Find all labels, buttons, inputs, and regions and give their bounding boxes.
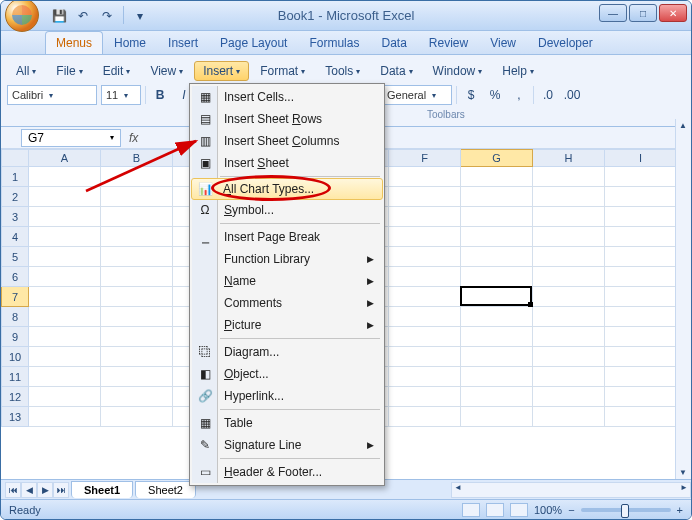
classic-menu-format[interactable]: Format▾ xyxy=(251,61,314,81)
cell[interactable] xyxy=(101,287,173,307)
page-layout-view-button[interactable] xyxy=(486,503,504,517)
classic-menu-data[interactable]: Data▾ xyxy=(371,61,421,81)
cell[interactable] xyxy=(101,327,173,347)
comma-button[interactable]: , xyxy=(509,85,529,105)
cell[interactable] xyxy=(605,287,677,307)
row-header[interactable]: 11 xyxy=(1,367,29,387)
cell[interactable] xyxy=(389,287,461,307)
ribbon-tab-formulas[interactable]: Formulas xyxy=(298,31,370,54)
cell[interactable] xyxy=(461,167,533,187)
cell[interactable] xyxy=(533,247,605,267)
cell[interactable] xyxy=(461,407,533,427)
cell[interactable] xyxy=(533,347,605,367)
close-button[interactable]: ✕ xyxy=(659,4,687,22)
row-header[interactable]: 13 xyxy=(1,407,29,427)
row-header[interactable]: 6 xyxy=(1,267,29,287)
cell[interactable] xyxy=(389,207,461,227)
cell[interactable] xyxy=(101,227,173,247)
cell[interactable] xyxy=(605,227,677,247)
cell[interactable] xyxy=(29,367,101,387)
menu-item-insert-sheet[interactable]: ▣Insert Sheet xyxy=(192,152,382,174)
cell[interactable] xyxy=(533,387,605,407)
cell[interactable] xyxy=(29,347,101,367)
cell[interactable] xyxy=(389,187,461,207)
cell[interactable] xyxy=(101,247,173,267)
classic-menu-insert[interactable]: Insert▾ xyxy=(194,61,249,81)
cell[interactable] xyxy=(101,407,173,427)
column-header[interactable]: G xyxy=(461,149,533,167)
menu-item-table[interactable]: ▦Table xyxy=(192,412,382,434)
cell[interactable] xyxy=(101,167,173,187)
normal-view-button[interactable] xyxy=(462,503,480,517)
cell[interactable] xyxy=(533,187,605,207)
menu-item-insert-page-break[interactable]: ⎯Insert Page Break xyxy=(192,226,382,248)
cell[interactable] xyxy=(605,247,677,267)
decrease-decimal-button[interactable]: .0 xyxy=(538,85,558,105)
row-header[interactable]: 4 xyxy=(1,227,29,247)
column-header[interactable]: F xyxy=(389,149,461,167)
column-header[interactable]: A xyxy=(29,149,101,167)
cell[interactable] xyxy=(29,287,101,307)
menu-item-name[interactable]: Name▶ xyxy=(192,270,382,292)
row-header[interactable]: 3 xyxy=(1,207,29,227)
menu-item-all-chart-types[interactable]: 📊All Chart Types... xyxy=(191,178,383,200)
fx-icon[interactable]: fx xyxy=(129,131,138,145)
cell[interactable] xyxy=(101,207,173,227)
menu-item-function-library[interactable]: Function Library▶ xyxy=(192,248,382,270)
percent-button[interactable]: % xyxy=(485,85,505,105)
cell[interactable] xyxy=(533,227,605,247)
classic-menu-view[interactable]: View▾ xyxy=(141,61,192,81)
sheet-tab[interactable]: Sheet2 xyxy=(135,481,196,498)
undo-icon[interactable]: ↶ xyxy=(73,6,93,26)
cell[interactable] xyxy=(461,367,533,387)
cell[interactable] xyxy=(29,387,101,407)
cell[interactable] xyxy=(29,267,101,287)
cell[interactable] xyxy=(101,307,173,327)
sheet-tab[interactable]: Sheet1 xyxy=(71,481,133,498)
ribbon-tab-menus[interactable]: Menus xyxy=(45,31,103,54)
sheet-nav-buttons[interactable]: ⏮◀▶⏭ xyxy=(5,482,69,498)
cell[interactable] xyxy=(389,347,461,367)
menu-item-signature-line[interactable]: ✎Signature Line▶ xyxy=(192,434,382,456)
menu-item-comments[interactable]: Comments▶ xyxy=(192,292,382,314)
cell[interactable] xyxy=(29,167,101,187)
cell[interactable] xyxy=(533,327,605,347)
increase-decimal-button[interactable]: .00 xyxy=(562,85,582,105)
menu-item-hyperlink[interactable]: 🔗Hyperlink... xyxy=(192,385,382,407)
cell[interactable] xyxy=(605,207,677,227)
cell[interactable] xyxy=(29,307,101,327)
office-button[interactable] xyxy=(5,0,39,32)
cell[interactable] xyxy=(533,267,605,287)
ribbon-tab-insert[interactable]: Insert xyxy=(157,31,209,54)
cell[interactable] xyxy=(461,187,533,207)
font-name-combo[interactable]: Calibri▾ xyxy=(7,85,97,105)
cell[interactable] xyxy=(389,307,461,327)
cell[interactable] xyxy=(533,307,605,327)
row-header[interactable]: 12 xyxy=(1,387,29,407)
column-header[interactable]: B xyxy=(101,149,173,167)
row-header[interactable]: 8 xyxy=(1,307,29,327)
column-header[interactable]: H xyxy=(533,149,605,167)
cell[interactable] xyxy=(389,167,461,187)
cell[interactable] xyxy=(605,407,677,427)
cell[interactable] xyxy=(605,267,677,287)
cell[interactable] xyxy=(605,387,677,407)
menu-item-header-footer[interactable]: ▭Header & Footer... xyxy=(192,461,382,483)
cell[interactable] xyxy=(605,347,677,367)
font-size-combo[interactable]: 11▾ xyxy=(101,85,141,105)
cell[interactable] xyxy=(533,407,605,427)
row-header[interactable]: 1 xyxy=(1,167,29,187)
page-break-view-button[interactable] xyxy=(510,503,528,517)
menu-item-object[interactable]: ◧Object... xyxy=(192,363,382,385)
cell[interactable] xyxy=(389,327,461,347)
cell[interactable] xyxy=(389,247,461,267)
cell[interactable] xyxy=(605,307,677,327)
row-header[interactable]: 10 xyxy=(1,347,29,367)
ribbon-tab-home[interactable]: Home xyxy=(103,31,157,54)
classic-menu-window[interactable]: Window▾ xyxy=(424,61,492,81)
cell[interactable] xyxy=(533,287,605,307)
cell[interactable] xyxy=(461,267,533,287)
cell[interactable] xyxy=(29,227,101,247)
cell[interactable] xyxy=(101,387,173,407)
bold-button[interactable]: B xyxy=(150,85,170,105)
